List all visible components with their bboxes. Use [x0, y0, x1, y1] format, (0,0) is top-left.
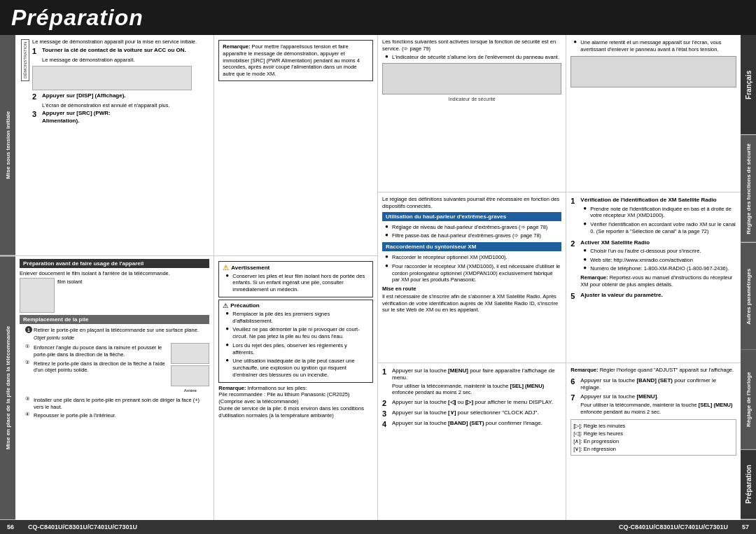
- security-image-2: [570, 56, 736, 87]
- xm-step2-note: Remarque: Reportez-vous au manuel d'inst…: [580, 274, 736, 288]
- francais-label: Français: [741, 35, 756, 135]
- right-top-right-col: ● Une alarme retentit et un message appa…: [566, 35, 741, 192]
- left-top: DÉMONSTRATION Le message de démonstratio…: [15, 35, 377, 256]
- mise-sous-tension-label: Mise sous tension initiale: [0, 35, 15, 256]
- xm-step1-item-1: ● Prendre note de l'identification indiq…: [583, 205, 736, 220]
- raccordement-header: Raccordement du syntoniseur XM: [382, 242, 561, 251]
- film-label: film isolant: [57, 279, 82, 286]
- page-number-left: 56: [7, 524, 14, 531]
- security-item-1: ● L'indicateur de sécurité s'allume lors…: [385, 53, 561, 62]
- horloge-adjust-note: Remarque: Régler l'horloge quand "ADJUST…: [570, 367, 736, 374]
- remarque-text: Remarque: Pour mettre l'appareilsous ten…: [223, 43, 369, 78]
- step3-text: Appuyer sur [SRC] (PWR:Alimentation).: [42, 110, 111, 125]
- mise-route-section: Mise en route Il est nécessaire de s'ins…: [382, 286, 561, 314]
- utilisation-header: Utilisation du haut-parleur d'extrêmes-g…: [382, 212, 561, 221]
- step2-text: Appuyer sur [DISP] (Affichage).: [42, 92, 126, 99]
- xm-step2: 2 Activer XM Satellite Radio ● Choisir l…: [570, 239, 736, 289]
- battery-step-2: ② Retirez le porte-pile dans la directio…: [25, 360, 169, 375]
- horloge-right: Remarque: Régler l'horloge quand "ADJUST…: [566, 363, 741, 520]
- header-title: Préparation: [11, 5, 144, 31]
- avertissement-title: ⚠ Avertissement: [223, 264, 369, 272]
- page-right-content: Les fonctions suivantes sont activées lo…: [378, 35, 741, 520]
- battery-step-3: ③ Installer une pile dans le porte-pile …: [25, 396, 209, 412]
- indicator-label: Indicateur de sécurité: [382, 97, 561, 101]
- legend-up: [∧]: En progression: [573, 438, 734, 445]
- battery-step-1: 1 Retirer le porte-pile en plaçant la té…: [25, 326, 209, 342]
- legend-box: [▷]: Règle les minutes [◁]: Règle les he…: [570, 419, 736, 456]
- precaution-box: ⚠ Précaution ● Remplacer la pile dès les…: [218, 300, 373, 383]
- left-top-left: DÉMONSTRATION Le message de démonstratio…: [15, 35, 214, 255]
- params-intro: Le réglage des définitions suivantes pou…: [382, 196, 561, 210]
- page-left: Mise sous tension initiale Mise en place…: [0, 35, 378, 520]
- utilisation-item-2: ● Filtre passe-bas de haut-parleur d'ext…: [385, 232, 561, 240]
- xm-step2-item-2: ● Web site: http://www.xmradio.com/activ…: [583, 256, 736, 265]
- step5-text: Ajuster la valeur du paramètre.: [580, 292, 662, 299]
- remarque-box: Remarque: Pour mettre l'appareilsous ten…: [218, 40, 373, 81]
- right-top-intro: Les fonctions suivantes sont activées lo…: [382, 38, 561, 52]
- telecommande-image: [20, 278, 55, 313]
- device-image: [32, 66, 192, 90]
- battery-img-1: [171, 343, 209, 364]
- xm-steps-col: 1 Vérification de l'identification de XM…: [566, 192, 741, 363]
- step1: 1 Tourner la clé de contact de la voitur…: [32, 47, 209, 55]
- battery-step-4: ④ Repousser le porte-pile à l'intérieur.: [25, 412, 209, 420]
- step3: 3 Appuyer sur [SRC] (PWR:Alimentation).: [32, 110, 209, 125]
- reglage-horloge-label: Réglage de l'horloge: [741, 350, 756, 450]
- horloge-left: 1 Appuyer sur la touche [MENU] pour fair…: [378, 363, 566, 520]
- page-left-content: DÉMONSTRATION Le message de démonstratio…: [15, 35, 377, 520]
- utilisation-item-1: ● Réglage de niveau de haut-parleur d'ex…: [385, 223, 561, 232]
- step1-note: Le message de démonstration apparaît.: [42, 57, 209, 64]
- horloge-step1: 1 Appuyer sur la touche [MENU] pour fair…: [382, 367, 561, 397]
- battery-img-2: [171, 365, 209, 386]
- demo-label: DÉMONSTRATION: [21, 39, 29, 81]
- xm-step2-item-3: ● Numéro de téléphone: 1-800-XM-RADIO (1…: [583, 265, 736, 273]
- avertissement-item: ● Conserver les piles et leur film isola…: [225, 272, 369, 294]
- horloge-step7-note: Pour utiliser la télécommande, maintenir…: [580, 402, 736, 416]
- left-bottom-left: Préparation avant de faire usage de l'ap…: [15, 256, 214, 520]
- autres-params-col: Le réglage des définitions suivantes pou…: [378, 192, 566, 363]
- raccordement-item-1: ● Raccorder le récepteur optionnel XM (X…: [385, 253, 561, 262]
- intro-text: Le message de démonstration apparaît pou…: [32, 38, 209, 45]
- model-left: CQ-C8401U/C8301U/C7401U/C7301U: [28, 524, 137, 531]
- horloge-area: 1 Appuyer sur la touche [MENU] pour fair…: [378, 363, 741, 520]
- left-vert-labels: Mise sous tension initiale Mise en place…: [0, 35, 15, 520]
- left-bottom-right: ⚠ Avertissement ● Conserver les piles et…: [214, 256, 377, 520]
- left-top-right: Remarque: Pour mettre l'appareilsous ten…: [214, 35, 377, 255]
- precaution-triangle-icon: ⚠: [223, 302, 228, 309]
- precaution-title: ⚠ Précaution: [223, 302, 369, 309]
- precaution-item-4: ● Une utilisation inadéquate de la pile …: [225, 357, 369, 379]
- right-vert-labels: Français Réglage des fonctions de sécuri…: [741, 35, 756, 520]
- xm-step1-item-2: ● Vérifier l'identification en accordant…: [583, 220, 736, 236]
- model-right: CQ-C8401U/C8301U/C7401U/C7301U: [619, 524, 728, 531]
- xm-step5: 5 Ajuster la valeur du paramètre.: [570, 292, 736, 300]
- left-bottom: Préparation avant de faire usage de l'ap…: [15, 256, 377, 520]
- note-pile-box: Remarque: Informations sur les piles: Pi…: [218, 385, 373, 419]
- right-top-area: Les fonctions suivantes sont activées lo…: [378, 35, 741, 192]
- horloge-step4: 4 Appuyer sur la touche [BAND] (SET) pou…: [382, 420, 561, 428]
- page-right: Les fonctions suivantes sont activées lo…: [378, 35, 756, 520]
- avertissement-box: ⚠ Avertissement ● Conserver les piles et…: [218, 261, 373, 297]
- main-content: Mise sous tension initiale Mise en place…: [0, 35, 756, 520]
- precaution-item-3: ● Lors du rejet des piles, observer les …: [225, 342, 369, 357]
- step2-note: L'écran de démonstration est annulé et n…: [42, 102, 209, 109]
- horloge-step1-note: Pour utiliser la télécommande, maintenir…: [392, 383, 561, 397]
- mise-en-place-label: Mise en place de la pile dans la télécom…: [0, 256, 15, 520]
- preparation-right-label: Préparation: [741, 450, 756, 520]
- step2: 2 Appuyer sur [DISP] (Affichage).: [32, 92, 209, 101]
- footer-left: 56 CQ-C8401U/C8301U/C7401U/C7301U: [7, 524, 137, 531]
- header: Préparation: [0, 0, 756, 35]
- precaution-item-1: ● Remplacer la pile dès les premiers sig…: [225, 310, 369, 325]
- footer: 56 CQ-C8401U/C8301U/C7401U/C7301U CQ-C84…: [0, 520, 756, 534]
- page-number-right: 57: [742, 524, 749, 531]
- horloge-step6: 6 Appuyer sur la touche [BAND] (SET) pou…: [570, 377, 736, 392]
- warning-triangle-icon: ⚠: [223, 264, 229, 272]
- autres-params-label: Autres paramétrages: [741, 243, 756, 351]
- precaution-item-2: ● Veuillez ne pas démonter la pile ni pr…: [225, 325, 369, 341]
- preparation-avant-header: Préparation avant de faire usage de l'ap…: [20, 259, 209, 268]
- right-top-left: Les fonctions suivantes sont activées lo…: [378, 35, 566, 192]
- remplacement-header: Remplacement de la pile: [20, 315, 209, 324]
- legend-right: [▷]: Règle les minutes: [573, 423, 734, 430]
- right-middle-area: Le réglage des définitions suivantes pou…: [378, 192, 741, 363]
- legend-down: [∨]: En régression: [573, 446, 734, 453]
- horloge-step2: 2 Appuyer sur la touche [◁] ou [▷] pour …: [382, 399, 561, 407]
